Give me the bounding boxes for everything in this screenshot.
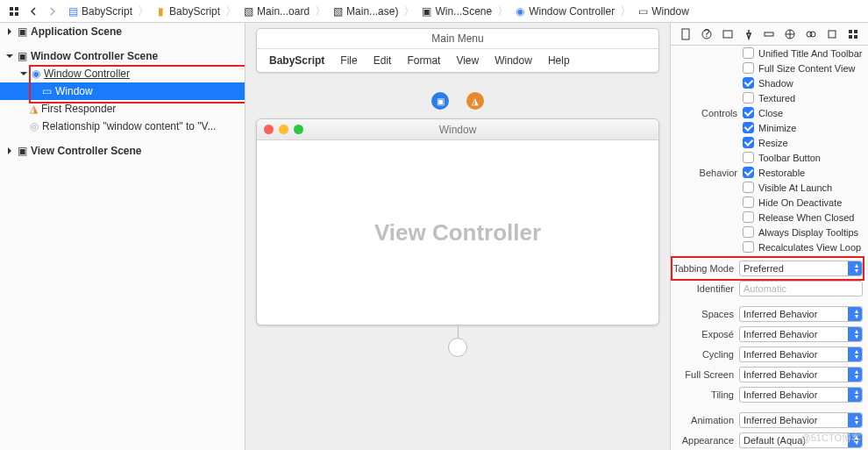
checkbox[interactable] (743, 137, 754, 148)
controller-icon: ◉ (32, 68, 40, 80)
menu-item[interactable]: Window (494, 54, 532, 67)
inspector-checkbox-row: Unified Title And Toolbar (671, 46, 868, 61)
checkbox[interactable] (743, 152, 754, 163)
checkbox[interactable] (743, 182, 754, 193)
identity-inspector-tab[interactable] (720, 26, 736, 42)
crumb-project[interactable]: ▤BabyScript (63, 5, 136, 18)
effects-inspector-tab[interactable] (824, 26, 840, 42)
chevron-right-icon[interactable] (5, 146, 14, 155)
crumb-folder[interactable]: ▮BabyScript (151, 5, 224, 18)
minimize-dot-icon[interactable] (279, 125, 288, 134)
inspector-checkbox-row: Full Size Content View (671, 61, 868, 75)
forward-button[interactable] (44, 4, 61, 19)
tree-vc-scene[interactable]: ▣View Controller Scene (0, 142, 245, 160)
checkbox[interactable] (743, 47, 754, 59)
property-label: Cycling (671, 349, 739, 360)
svg-rect-4 (682, 29, 689, 39)
checkbox[interactable] (743, 107, 754, 118)
svg-rect-0 (10, 7, 13, 11)
select-control[interactable]: Inferred Behavior▴▾ (739, 346, 863, 362)
select-control[interactable]: Inferred Behavior▴▾ (739, 326, 863, 342)
chevron-right-icon[interactable] (5, 27, 14, 36)
menu-item[interactable]: Format (407, 54, 440, 67)
tree-first-responder[interactable]: ◮First Responder (0, 100, 245, 118)
checkbox[interactable] (743, 211, 754, 223)
checkbox[interactable] (743, 77, 754, 89)
inspector-tabs: ? (671, 23, 868, 46)
checkbox[interactable] (743, 167, 754, 178)
close-dot-icon[interactable] (264, 125, 274, 134)
related-items-icon[interactable] (5, 4, 23, 19)
checkbox[interactable] (743, 241, 754, 253)
document-outline: ▣Application Scene ▣Window Controller Sc… (0, 23, 245, 450)
inspector-checkbox-row: Shadow (671, 75, 868, 90)
inspector-property-row: TilingInferred Behavior▴▾ (671, 384, 868, 404)
crumb-window[interactable]: ▭Window (633, 5, 693, 18)
window-object[interactable]: Window View Controller (256, 118, 659, 325)
menu-item[interactable]: File (340, 54, 357, 67)
checkbox[interactable] (743, 62, 754, 74)
crumb-scene[interactable]: ▣Win...Scene (416, 5, 495, 18)
attributes-inspector-tab[interactable] (741, 26, 757, 42)
menu-item[interactable]: View (456, 54, 479, 67)
tree-relationship[interactable]: ◎Relationship "window content" to "V... (0, 118, 245, 135)
checkbox-label: Shadow (758, 78, 793, 89)
window-title: Window (257, 124, 658, 136)
checkbox-label: Hide On Deactivate (758, 197, 842, 208)
text-field[interactable]: Automatic (739, 281, 863, 296)
checkbox-label: Textured (758, 93, 795, 104)
back-button[interactable] (25, 4, 42, 19)
menu-items: BabyScript File Edit Format View Window … (257, 49, 658, 72)
main-menu-object[interactable]: Main Menu BabyScript File Edit Format Vi… (256, 28, 659, 73)
select-control[interactable]: Inferred Behavior▴▾ (739, 387, 863, 403)
property-label: Spaces (671, 309, 739, 319)
svg-rect-7 (723, 31, 732, 38)
connections-inspector-tab[interactable] (782, 26, 798, 42)
svg-rect-2 (10, 12, 13, 16)
help-inspector-tab[interactable]: ? (699, 26, 715, 42)
zoom-dot-icon[interactable] (294, 125, 303, 134)
inspector-checkbox-row: Textured (671, 90, 868, 105)
select-control[interactable]: Preferred▴▾ (739, 261, 863, 276)
scene-icon: ▣ (18, 25, 27, 38)
segue-handle[interactable] (448, 338, 467, 357)
window-content[interactable]: View Controller (257, 140, 658, 325)
tree-wc-scene[interactable]: ▣Window Controller Scene (0, 47, 245, 65)
checkbox[interactable] (743, 92, 754, 104)
storyboard-icon: ▧ (242, 5, 254, 18)
scene-icon: ▣ (18, 50, 27, 62)
inspector-checkbox-row: Toolbar Button (671, 150, 868, 165)
checkbox[interactable] (743, 226, 754, 238)
property-label: Appearance (671, 435, 739, 446)
select-control[interactable]: Inferred Behavior▴▾ (739, 412, 863, 428)
menu-item[interactable]: Help (548, 54, 570, 67)
select-control[interactable]: Inferred Behavior▴▾ (739, 306, 863, 322)
file-inspector-tab[interactable] (678, 26, 694, 42)
controller-dock-icon[interactable]: ▣ (431, 92, 449, 110)
view-controller-placeholder: View Controller (374, 219, 541, 246)
crumb-controller[interactable]: ◉Window Controller (510, 5, 618, 18)
chevron-down-icon[interactable] (19, 69, 28, 78)
property-label: Tiling (671, 389, 739, 400)
svg-rect-15 (849, 35, 852, 39)
tree-wc[interactable]: ◉Window Controller (0, 65, 245, 82)
chevron-down-icon[interactable] (5, 52, 14, 61)
checkbox[interactable] (743, 122, 754, 133)
canvas[interactable]: Main Menu BabyScript File Edit Format Vi… (245, 23, 671, 450)
storyboard-icon: ▧ (331, 5, 344, 18)
menu-item[interactable]: Edit (374, 54, 392, 67)
menu-item[interactable]: BabyScript (269, 54, 324, 67)
checkbox[interactable] (743, 196, 754, 208)
inspector-group-label: Controls (674, 108, 743, 118)
crumb-storyboard[interactable]: ▧Main...oard (238, 5, 313, 18)
responder-dock-icon[interactable]: ◮ (466, 92, 484, 110)
tree-app-scene[interactable]: ▣Application Scene (0, 23, 245, 40)
inspector-checkbox-row: Hide On Deactivate (671, 195, 868, 210)
crumb-base[interactable]: ▧Main...ase) (328, 5, 402, 18)
tree-window[interactable]: ▭Window (0, 82, 245, 100)
svg-rect-16 (854, 35, 857, 39)
object-library-tab[interactable] (845, 26, 861, 42)
size-inspector-tab[interactable] (761, 26, 777, 42)
bindings-inspector-tab[interactable] (803, 26, 819, 42)
select-control[interactable]: Inferred Behavior▴▾ (739, 367, 863, 382)
